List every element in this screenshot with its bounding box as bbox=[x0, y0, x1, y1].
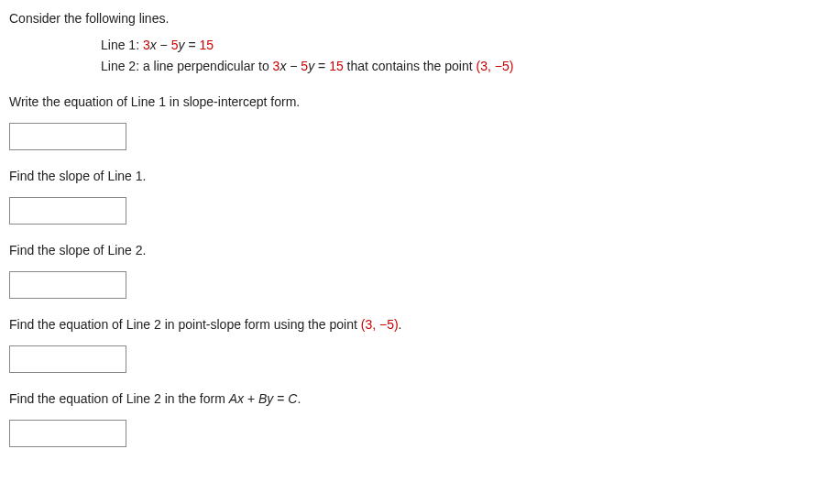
q4-pt-y: −5 bbox=[379, 317, 394, 332]
line2-pt-sep: , bbox=[488, 59, 495, 73]
line2-text-b: that contains the point bbox=[344, 59, 477, 73]
q4-pt-sep: , bbox=[372, 317, 379, 332]
line1-var2: y bbox=[179, 38, 185, 52]
q5-eqs: = bbox=[273, 391, 288, 406]
line2-text-a: a line perpendicular to bbox=[143, 59, 273, 73]
question2: Find the slope of Line 1. bbox=[9, 167, 813, 186]
line2-pt-close: ) bbox=[510, 59, 514, 73]
q5-ax: Ax bbox=[229, 391, 244, 406]
answer4-input[interactable] bbox=[9, 345, 126, 373]
line1-label: Line 1: bbox=[101, 38, 143, 52]
line2-pt-x: 3 bbox=[480, 59, 488, 73]
answer3-input[interactable] bbox=[9, 271, 126, 299]
q4-end: . bbox=[399, 317, 402, 332]
line2-rhs: 15 bbox=[329, 59, 344, 73]
question1: Write the equation of Line 1 in slope-in… bbox=[9, 93, 813, 112]
q5-c: C bbox=[288, 391, 297, 406]
line1-rhs: 15 bbox=[199, 38, 214, 52]
intro-text: Consider the following lines. bbox=[9, 9, 813, 28]
line2-equals: = bbox=[314, 59, 329, 73]
answer1-input[interactable] bbox=[9, 123, 126, 150]
answer2-input[interactable] bbox=[9, 197, 126, 225]
line1-op: − bbox=[157, 38, 171, 52]
q5-pre: Find the equation of Line 2 in the form bbox=[9, 391, 229, 406]
question3: Find the slope of Line 2. bbox=[9, 241, 813, 260]
q5-by: By bbox=[258, 391, 273, 406]
q5-end: . bbox=[297, 391, 301, 406]
line2-label: Line 2: bbox=[101, 59, 143, 73]
line1-var1: x bbox=[150, 38, 157, 52]
line1-coeff1: 3 bbox=[143, 38, 150, 52]
answer5-input[interactable] bbox=[9, 420, 126, 447]
question4: Find the equation of Line 2 in point-slo… bbox=[9, 315, 813, 334]
line1-definition: Line 1: 3x − 5y = 15 bbox=[101, 36, 813, 55]
line2-definition: Line 2: a line perpendicular to 3x − 5y … bbox=[101, 57, 813, 76]
line2-op: − bbox=[286, 59, 301, 73]
line1-equals: = bbox=[185, 38, 200, 52]
question5: Find the equation of Line 2 in the form … bbox=[9, 389, 813, 409]
line1-coeff2: 5 bbox=[171, 38, 179, 52]
q4-pre: Find the equation of Line 2 in point-slo… bbox=[9, 317, 361, 332]
q4-pt-x: 3 bbox=[365, 317, 372, 332]
line2-pt-y: −5 bbox=[495, 59, 510, 73]
q5-plus: + bbox=[244, 391, 258, 406]
line2-coeff2: 5 bbox=[301, 59, 308, 73]
